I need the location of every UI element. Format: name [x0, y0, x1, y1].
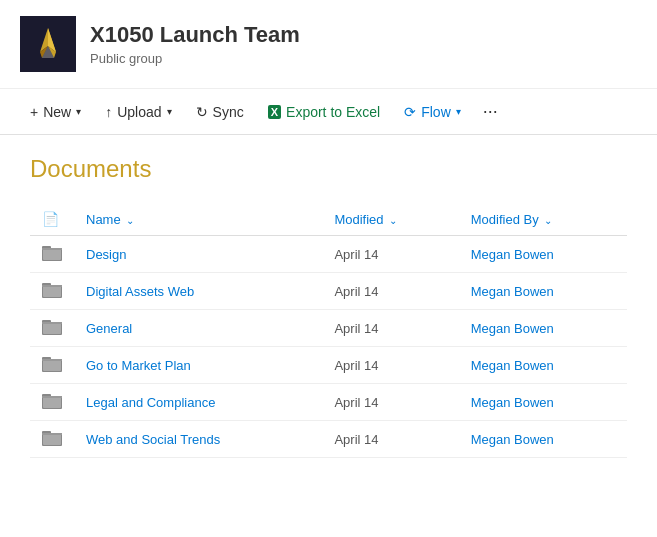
- folder-icon: [42, 434, 62, 449]
- documents-table: 📄 Name ⌄ Modified ⌄ Modified By ⌄: [30, 203, 627, 458]
- file-name-link[interactable]: Digital Assets Web: [86, 284, 194, 299]
- toolbar: + New ▾ ↑ Upload ▾ ↻ Sync X Export to Ex…: [0, 89, 657, 135]
- svg-rect-11: [43, 286, 61, 297]
- folder-icon: [42, 286, 62, 301]
- modified-date-cell: April 14: [322, 310, 458, 347]
- more-button[interactable]: ···: [475, 97, 506, 126]
- modified-date-cell: April 14: [322, 384, 458, 421]
- modified-by-cell: Megan Bowen: [459, 310, 627, 347]
- sort-arrow-icon: ⌄: [126, 215, 134, 226]
- file-name-link[interactable]: Legal and Compliance: [86, 395, 215, 410]
- page-header: X1050 Launch Team Public group: [0, 0, 657, 89]
- file-name-cell: Go to Market Plan: [74, 347, 322, 384]
- flow-icon: ⟳: [404, 104, 416, 120]
- chevron-down-icon: ▾: [76, 106, 81, 117]
- folder-icon: [42, 397, 62, 412]
- table-row: Legal and ComplianceApril 14Megan Bowen: [30, 384, 627, 421]
- folder-icon-cell: [30, 236, 74, 273]
- modified-by-cell: Megan Bowen: [459, 273, 627, 310]
- modified-by-cell: Megan Bowen: [459, 236, 627, 273]
- svg-rect-8: [42, 248, 62, 250]
- file-name-link[interactable]: Go to Market Plan: [86, 358, 191, 373]
- table-row: Web and Social TrendsApril 14Megan Bowen: [30, 421, 627, 458]
- modified-column-header[interactable]: Modified ⌄: [322, 203, 458, 236]
- excel-icon: X: [268, 105, 281, 119]
- file-name-cell: Web and Social Trends: [74, 421, 322, 458]
- folder-icon-cell: [30, 273, 74, 310]
- folder-icon: [42, 249, 62, 264]
- folder-icon-cell: [30, 310, 74, 347]
- plus-icon: +: [30, 104, 38, 120]
- modified-by-cell: Megan Bowen: [459, 347, 627, 384]
- folder-icon: [42, 360, 62, 375]
- file-name-link[interactable]: Design: [86, 247, 126, 262]
- file-name-cell: Design: [74, 236, 322, 273]
- folder-icon: [42, 323, 62, 338]
- svg-rect-7: [43, 249, 61, 260]
- svg-rect-12: [42, 285, 62, 287]
- file-name-cell: Digital Assets Web: [74, 273, 322, 310]
- svg-rect-23: [43, 397, 61, 408]
- table-row: DesignApril 14Megan Bowen: [30, 236, 627, 273]
- modified-date-cell: April 14: [322, 236, 458, 273]
- folder-icon-cell: [30, 384, 74, 421]
- page-title: Documents: [30, 155, 627, 183]
- chevron-down-icon: ▾: [456, 106, 461, 117]
- flow-button[interactable]: ⟳ Flow ▾: [394, 98, 471, 126]
- modified-by-column-header[interactable]: Modified By ⌄: [459, 203, 627, 236]
- svg-rect-20: [42, 359, 62, 361]
- header-text: X1050 Launch Team Public group: [90, 22, 300, 65]
- sort-arrow-icon: ⌄: [389, 215, 397, 226]
- documents-section: Documents 📄 Name ⌄ Modified ⌄ Modified B…: [0, 135, 657, 478]
- modified-by-cell: Megan Bowen: [459, 384, 627, 421]
- new-button[interactable]: + New ▾: [20, 98, 91, 126]
- team-logo: [20, 16, 76, 72]
- svg-rect-28: [42, 433, 62, 435]
- file-name-cell: Legal and Compliance: [74, 384, 322, 421]
- svg-rect-16: [42, 322, 62, 324]
- svg-rect-24: [42, 396, 62, 398]
- upload-button[interactable]: ↑ Upload ▾: [95, 98, 181, 126]
- team-type: Public group: [90, 51, 300, 66]
- table-row: Go to Market PlanApril 14Megan Bowen: [30, 347, 627, 384]
- modified-date-cell: April 14: [322, 273, 458, 310]
- file-name-link[interactable]: Web and Social Trends: [86, 432, 220, 447]
- file-name-link[interactable]: General: [86, 321, 132, 336]
- svg-rect-27: [43, 434, 61, 445]
- table-row: GeneralApril 14Megan Bowen: [30, 310, 627, 347]
- team-name: X1050 Launch Team: [90, 22, 300, 48]
- modified-date-cell: April 14: [322, 347, 458, 384]
- folder-icon-cell: [30, 421, 74, 458]
- file-name-cell: General: [74, 310, 322, 347]
- sync-button[interactable]: ↻ Sync: [186, 98, 254, 126]
- chevron-down-icon: ▾: [167, 106, 172, 117]
- folder-icon-cell: [30, 347, 74, 384]
- table-row: Digital Assets WebApril 14Megan Bowen: [30, 273, 627, 310]
- modified-by-cell: Megan Bowen: [459, 421, 627, 458]
- file-icon-header-col: 📄: [30, 203, 74, 236]
- export-button[interactable]: X Export to Excel: [258, 98, 391, 126]
- table-header-row: 📄 Name ⌄ Modified ⌄ Modified By ⌄: [30, 203, 627, 236]
- sync-icon: ↻: [196, 104, 208, 120]
- sort-arrow-icon: ⌄: [544, 215, 552, 226]
- upload-icon: ↑: [105, 104, 112, 120]
- svg-rect-15: [43, 323, 61, 334]
- modified-date-cell: April 14: [322, 421, 458, 458]
- logo-icon: [28, 24, 68, 64]
- svg-rect-19: [43, 360, 61, 371]
- file-icon: 📄: [42, 211, 59, 227]
- name-column-header[interactable]: Name ⌄: [74, 203, 322, 236]
